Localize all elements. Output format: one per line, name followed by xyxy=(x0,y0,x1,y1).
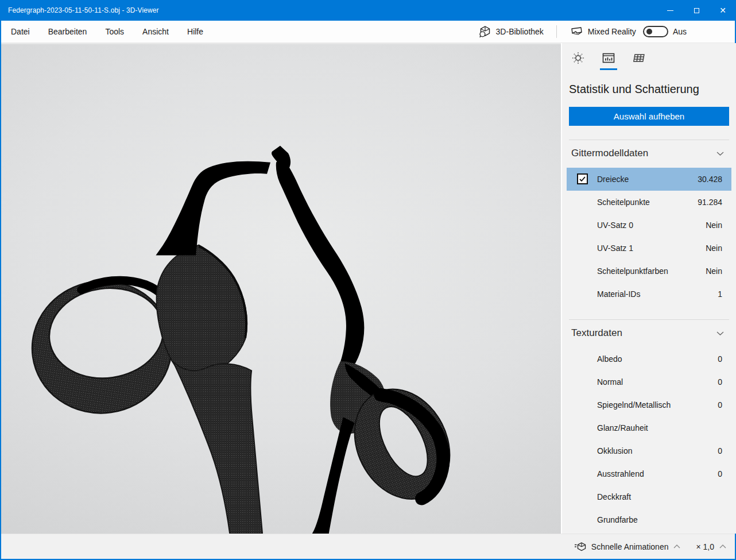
row-label: Material-IDs xyxy=(567,289,640,299)
window-controls: ✕ xyxy=(657,0,736,21)
row-label: UV-Satz 1 xyxy=(567,244,633,253)
stat-row[interactable]: Spiegelnd/Metallisch0 xyxy=(567,393,731,416)
row-value: Nein xyxy=(706,267,731,276)
row-value: 0 xyxy=(718,400,731,410)
tab-lighting[interactable] xyxy=(570,51,587,71)
lighting-sun-icon xyxy=(571,51,585,65)
chevron-down-icon xyxy=(716,331,725,336)
stat-row[interactable]: UV-Satz 1Nein xyxy=(567,237,731,260)
stat-row[interactable]: Albedo0 xyxy=(567,347,731,370)
statistics-panel: Statistik und Schattierung Auswahl aufhe… xyxy=(562,43,736,534)
animations-control[interactable]: Schnelle Animationen xyxy=(574,542,681,552)
statusbar: Schnelle Animationen × 1,0 xyxy=(1,534,735,559)
3d-library-label: 3D-Bibliothek xyxy=(496,27,544,36)
stat-row[interactable]: Okklusion0 xyxy=(567,439,731,462)
minimize-button[interactable] xyxy=(657,0,683,21)
toggle-knob xyxy=(646,29,652,34)
row-label: Deckkraft xyxy=(567,492,631,501)
menu-item-ansicht[interactable]: Ansicht xyxy=(140,25,171,38)
panel-sections: GittermodelldatenDreiecke30.428Scheitelp… xyxy=(562,140,736,534)
row-label: Scheitelpunkte xyxy=(567,198,650,207)
statistics-icon xyxy=(602,51,615,65)
3d-model-ribbon xyxy=(1,44,561,534)
stat-row[interactable]: Glanz/Rauheit xyxy=(567,416,731,439)
model-viewport[interactable] xyxy=(1,43,561,534)
row-value: 0 xyxy=(718,354,731,364)
panel-heading: Statistik und Schattierung xyxy=(562,71,736,97)
row-label: Scheitelpunktfarben xyxy=(567,267,668,276)
close-icon: ✕ xyxy=(719,6,726,14)
window-title: Federgraph-2023-05-11-50-11-S.obj - 3D-V… xyxy=(0,6,159,14)
row-value: Nein xyxy=(706,221,731,230)
stat-row[interactable]: Material-IDs1 xyxy=(567,283,731,306)
row-value: 1 xyxy=(718,289,731,299)
row-value: 0 xyxy=(718,446,731,455)
row-value: 91.284 xyxy=(698,198,731,207)
stat-row[interactable]: Dreiecke30.428 xyxy=(567,168,731,191)
tab-underline xyxy=(570,68,587,70)
row-label: Normal xyxy=(567,377,623,387)
mixed-reality-group: Mixed Reality Aus xyxy=(570,26,687,37)
section-title: Gittermodelldaten xyxy=(571,148,648,159)
panel-tabs xyxy=(562,43,736,71)
row-label: UV-Satz 0 xyxy=(567,221,633,230)
chevron-up-icon xyxy=(719,544,727,549)
cube-magnifier-icon xyxy=(479,25,491,38)
row-label: Spiegelnd/Metallisch xyxy=(567,400,671,410)
wireframe-grid-icon xyxy=(632,51,646,65)
row-value: 30.428 xyxy=(698,175,731,184)
row-label: Okklusion xyxy=(567,446,632,455)
tab-wireframe[interactable] xyxy=(630,51,648,71)
3d-library-button[interactable]: 3D-Bibliothek xyxy=(479,25,544,38)
animation-cube-icon xyxy=(574,542,587,552)
tab-statistics[interactable] xyxy=(600,51,617,71)
mixed-reality-label: Mixed Reality xyxy=(588,27,636,36)
chevron-down-icon xyxy=(716,151,725,156)
animations-label: Schnelle Animationen xyxy=(591,542,669,551)
tab-underline xyxy=(630,68,648,70)
stat-row[interactable]: Normal0 xyxy=(567,370,731,393)
menu-right-group: 3D-Bibliothek Mixed Reality Aus xyxy=(479,25,735,38)
section-divider xyxy=(569,140,729,140)
minimize-icon xyxy=(667,10,673,11)
menu-items: DateiBearbeitenToolsAnsichtHilfe xyxy=(1,25,206,38)
speed-label: × 1,0 xyxy=(696,542,714,551)
menu-item-hilfe[interactable]: Hilfe xyxy=(185,25,206,38)
clear-selection-button[interactable]: Auswahl aufheben xyxy=(569,107,729,126)
section-title: Texturdaten xyxy=(571,327,622,339)
chevron-up-icon xyxy=(673,544,681,549)
stat-row[interactable]: Ausstrahlend0 xyxy=(567,462,731,485)
section-divider xyxy=(569,319,729,320)
mixed-reality-toggle[interactable] xyxy=(643,26,668,37)
menu-item-bearbeiten[interactable]: Bearbeiten xyxy=(46,25,90,38)
stat-row[interactable]: Scheitelpunkte91.284 xyxy=(567,191,731,214)
menubar: DateiBearbeitenToolsAnsichtHilfe 3D-Bibl… xyxy=(1,21,735,43)
close-button[interactable]: ✕ xyxy=(710,0,736,21)
maximize-button[interactable] xyxy=(683,0,710,21)
menu-item-tools[interactable]: Tools xyxy=(103,25,126,38)
maximize-icon xyxy=(694,8,699,13)
menu-divider xyxy=(556,25,557,38)
mixed-reality-goggles-icon xyxy=(570,26,583,37)
row-label: Ausstrahlend xyxy=(567,469,644,478)
stat-row[interactable]: Grundfarbe xyxy=(567,508,731,531)
section-rows: Albedo0Normal0Spiegelnd/Metallisch0Glanz… xyxy=(567,347,731,534)
selected-tab-underline xyxy=(600,68,617,70)
mixed-reality-state: Aus xyxy=(673,27,687,36)
checkmark-icon xyxy=(578,175,587,183)
animation-speed-control[interactable]: × 1,0 xyxy=(696,542,727,551)
stat-row[interactable]: Deckkraft xyxy=(567,485,731,508)
app-window: Federgraph-2023-05-11-50-11-S.obj - 3D-V… xyxy=(0,0,736,560)
row-label: Grundfarbe xyxy=(567,515,638,524)
row-value: 0 xyxy=(718,469,731,478)
stat-row[interactable]: UV-Satz 0Nein xyxy=(567,214,731,237)
section-header[interactable]: Texturdaten xyxy=(571,325,729,342)
titlebar: Federgraph-2023-05-11-50-11-S.obj - 3D-V… xyxy=(0,0,736,21)
row-label: Dreiecke xyxy=(567,175,629,184)
menu-item-datei[interactable]: Datei xyxy=(9,25,32,38)
stat-row[interactable]: ScheitelpunktfarbenNein xyxy=(567,260,731,283)
section-rows: Dreiecke30.428Scheitelpunkte91.284UV-Sat… xyxy=(567,168,731,306)
section-header[interactable]: Gittermodelldaten xyxy=(571,145,729,162)
row-checkbox[interactable] xyxy=(577,173,588,184)
row-value: 0 xyxy=(718,377,731,387)
